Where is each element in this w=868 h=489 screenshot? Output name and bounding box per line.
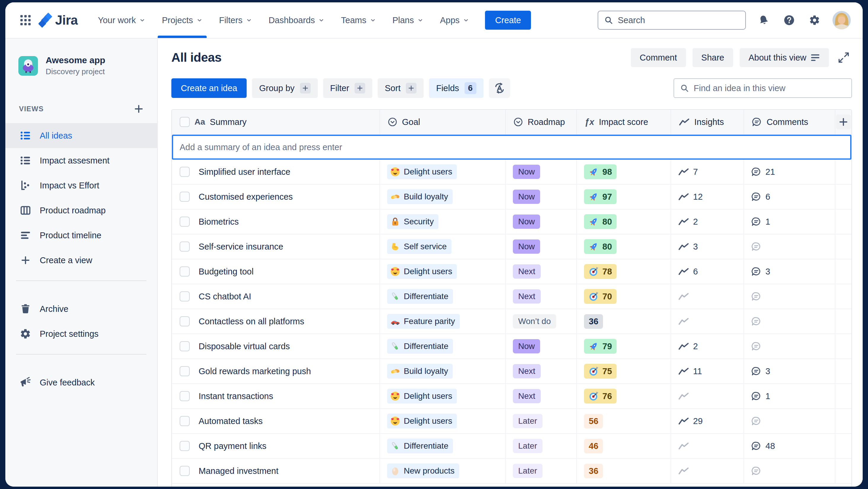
- impact-score-chip[interactable]: 80: [584, 214, 617, 229]
- goal-chip[interactable]: Differentiate: [387, 289, 453, 304]
- comments-metric[interactable]: 1: [751, 392, 770, 401]
- comments-metric[interactable]: 1: [751, 217, 770, 227]
- create-idea-button[interactable]: Create an idea: [172, 78, 247, 98]
- goal-chip[interactable]: Build loyalty: [387, 189, 453, 204]
- row-checkbox[interactable]: [180, 266, 190, 277]
- sidebar-item-give-feedback[interactable]: Give feedback: [5, 370, 157, 395]
- add-field-button[interactable]: [836, 115, 851, 130]
- roadmap-chip[interactable]: Now: [513, 214, 540, 229]
- impact-score-chip[interactable]: 79: [584, 339, 617, 354]
- roadmap-chip[interactable]: Next: [513, 364, 541, 378]
- insights-metric[interactable]: 12: [678, 192, 703, 202]
- sidebar-item-all-ideas[interactable]: All ideas: [5, 123, 157, 148]
- row-checkbox[interactable]: [180, 391, 190, 401]
- summary-cell[interactable]: Disposable virtual cards: [172, 334, 380, 358]
- jira-logo[interactable]: Jira: [38, 13, 78, 28]
- insights-metric[interactable]: [678, 467, 689, 475]
- comments-metric[interactable]: [751, 242, 761, 252]
- insights-metric[interactable]: 11: [678, 367, 702, 376]
- sidebar-item-product-roadmap[interactable]: Product roadmap: [5, 198, 157, 223]
- impact-score-chip[interactable]: 78: [584, 264, 617, 279]
- row-checkbox[interactable]: [180, 291, 190, 301]
- impact-score-chip[interactable]: 46: [584, 439, 603, 453]
- insights-metric[interactable]: 6: [678, 267, 698, 277]
- sidebar-item-archive[interactable]: Archive: [5, 296, 157, 321]
- summary-cell[interactable]: Gold rewards marketing push: [172, 359, 380, 383]
- roadmap-chip[interactable]: Now: [513, 339, 540, 353]
- roadmap-chip[interactable]: Now: [513, 190, 540, 204]
- help-icon[interactable]: [781, 12, 797, 28]
- goal-chip[interactable]: Security: [387, 214, 438, 229]
- comments-metric[interactable]: [751, 342, 761, 351]
- alphabetical-sort-icon[interactable]: [489, 78, 510, 98]
- insights-metric[interactable]: 2: [678, 217, 698, 227]
- comments-metric[interactable]: [751, 416, 761, 426]
- summary-cell[interactable]: Simplified user interface: [172, 160, 380, 184]
- impact-score-chip[interactable]: 36: [584, 314, 603, 329]
- roadmap-chip[interactable]: Later: [513, 464, 542, 478]
- insights-metric[interactable]: [678, 293, 689, 300]
- roadmap-chip[interactable]: Next: [513, 264, 541, 279]
- impact-score-chip[interactable]: 98: [584, 164, 617, 179]
- roadmap-chip[interactable]: Later: [513, 414, 542, 428]
- sort-button[interactable]: Sort: [378, 78, 424, 98]
- goal-chip[interactable]: Self service: [387, 239, 452, 254]
- search-input[interactable]: [618, 16, 739, 25]
- impact-score-chip[interactable]: 76: [584, 389, 617, 404]
- impact-score-chip[interactable]: 97: [584, 189, 617, 204]
- goal-chip[interactable]: Delight users: [387, 264, 457, 279]
- goal-chip[interactable]: Feature parity: [387, 314, 460, 329]
- comments-metric[interactable]: 3: [751, 367, 770, 376]
- project-header[interactable]: Awesome app Discovery project: [5, 55, 157, 76]
- column-header-impact-score[interactable]: ƒxImpact score: [577, 110, 671, 134]
- impact-score-chip[interactable]: 36: [584, 464, 603, 478]
- row-checkbox[interactable]: [180, 192, 190, 202]
- row-checkbox[interactable]: [180, 366, 190, 376]
- row-checkbox[interactable]: [180, 167, 190, 177]
- roadmap-chip[interactable]: Next: [513, 289, 541, 304]
- filter-button[interactable]: Filter: [323, 78, 372, 98]
- share-button[interactable]: Share: [692, 48, 733, 67]
- summary-cell[interactable]: Instant transactions: [172, 384, 380, 408]
- goal-chip[interactable]: Build loyalty: [387, 364, 453, 379]
- column-header-goal[interactable]: Goal: [380, 110, 506, 134]
- add-view-icon[interactable]: [132, 103, 145, 115]
- goal-chip[interactable]: Differentiate: [387, 339, 453, 354]
- nav-item-plans[interactable]: Plans: [384, 2, 432, 38]
- nav-item-teams[interactable]: Teams: [333, 2, 384, 38]
- summary-cell[interactable]: Self-service insurance: [172, 234, 380, 259]
- insights-metric[interactable]: 29: [678, 416, 703, 426]
- comments-metric[interactable]: 48: [751, 441, 775, 451]
- insights-metric[interactable]: 3: [678, 242, 698, 252]
- fields-button[interactable]: Fields 6: [429, 78, 483, 98]
- roadmap-chip[interactable]: Next: [513, 389, 541, 403]
- summary-cell[interactable]: QR payment links: [172, 434, 380, 458]
- summary-cell[interactable]: CS chatbot AI: [172, 284, 380, 309]
- sidebar-item-product-timeline[interactable]: Product timeline: [5, 223, 157, 248]
- nav-item-projects[interactable]: Projects: [154, 2, 211, 38]
- comments-metric[interactable]: [751, 466, 761, 476]
- roadmap-chip[interactable]: Now: [513, 239, 540, 254]
- notifications-bell-icon[interactable]: [756, 12, 771, 28]
- summary-cell[interactable]: Budgeting tool: [172, 259, 380, 284]
- impact-score-chip[interactable]: 56: [584, 414, 603, 429]
- row-checkbox[interactable]: [180, 466, 190, 476]
- impact-score-chip[interactable]: 80: [584, 239, 617, 254]
- nav-item-dashboards[interactable]: Dashboards: [260, 2, 333, 38]
- roadmap-chip[interactable]: Later: [513, 439, 542, 453]
- comments-metric[interactable]: 21: [751, 167, 775, 177]
- goal-chip[interactable]: Differentiate: [387, 438, 453, 453]
- insights-metric[interactable]: 2: [678, 342, 698, 351]
- find-idea-input[interactable]: [694, 83, 845, 93]
- sidebar-item-create-a-view[interactable]: Create a view: [5, 248, 157, 273]
- group-by-button[interactable]: Group by: [252, 78, 317, 98]
- row-checkbox[interactable]: [180, 217, 190, 227]
- roadmap-chip[interactable]: Now: [513, 165, 540, 179]
- comments-metric[interactable]: [751, 317, 761, 326]
- row-checkbox[interactable]: [180, 316, 190, 326]
- roadmap-chip[interactable]: Won’t do: [513, 314, 556, 328]
- settings-gear-icon[interactable]: [807, 12, 823, 28]
- nav-item-your-work[interactable]: Your work: [90, 2, 154, 38]
- comments-metric[interactable]: 3: [751, 267, 770, 277]
- summary-cell[interactable]: Managed investment: [172, 459, 380, 483]
